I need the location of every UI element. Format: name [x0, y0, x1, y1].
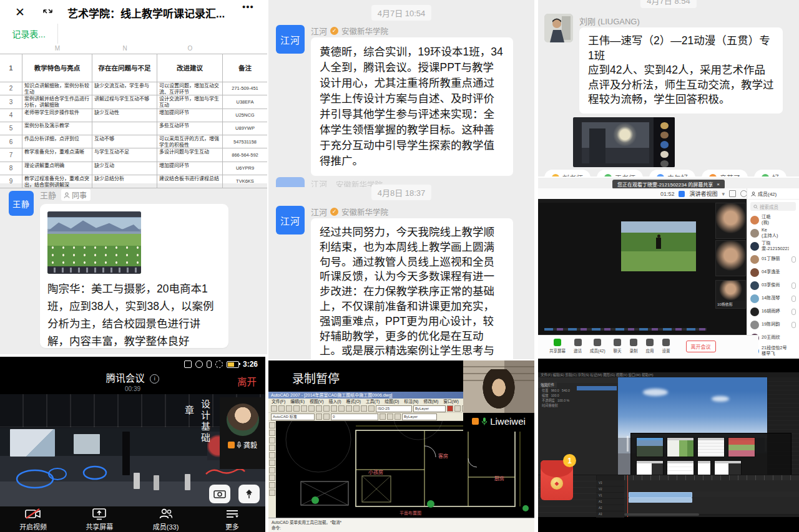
- view-mode-select[interactable]: 演讲者视图: [689, 190, 717, 198]
- members-count: 成员(42): [758, 190, 777, 197]
- menu-item[interactable]: 窗口(W): [443, 399, 459, 405]
- mic-icon: [481, 417, 488, 425]
- emoji-icon: [762, 174, 769, 177]
- presenter-name: Liweiwei: [490, 416, 526, 427]
- participant-row[interactable]: 19陈珂韵: [747, 318, 799, 331]
- window-thumbnail[interactable]: [728, 437, 755, 457]
- participant-row[interactable]: Ke (主持人): [747, 226, 799, 239]
- meeting-screenshare-panel: 您正在观看丁晓雯-2121502234 的屏幕共享 × 01:52 演讲者视图 …: [538, 178, 799, 357]
- start-video-button[interactable]: 开启视频: [0, 506, 66, 532]
- close-icon[interactable]: ✕: [15, 5, 25, 19]
- members-button[interactable]: 成员(33): [133, 506, 199, 532]
- meeting-toolbar-button[interactable]: 邀请: [574, 339, 582, 354]
- meeting-toolbar-button[interactable]: 应用: [646, 339, 654, 354]
- menu-item[interactable]: 视图(V): [310, 399, 324, 405]
- toolbar-icon: [630, 339, 637, 346]
- message-card: 陶宗华：美工与摄影，20电商本1班，应到38人，实到38人，以案例分析为主，结合…: [40, 204, 228, 348]
- table-row: 3 案例讲解并结合学生作品进行分析，讲解细致 讲解过程与学生互动不够 设计交流环…: [0, 95, 267, 109]
- video-clip[interactable]: [629, 492, 692, 498]
- menu-item[interactable]: 编辑(E): [290, 399, 305, 405]
- playhead[interactable]: [627, 475, 628, 517]
- menu-item[interactable]: 插入(I): [329, 399, 341, 405]
- chat-bubble: 王伟—速写（2）—21动漫（五贯）专1班 应到42人、实到42人，采用艺术作品点…: [579, 27, 783, 114]
- quick-reply-pill[interactable]: 中午好: [649, 170, 695, 177]
- search-input[interactable]: 搜索成员: [750, 202, 796, 211]
- participant-row[interactable]: 01丁静丽: [747, 253, 799, 266]
- more-menu-icon[interactable]: •••: [242, 1, 254, 12]
- dim-style-select[interactable]: ISO-25: [376, 405, 412, 412]
- effect-row: 缩放 100.0: [538, 393, 618, 398]
- video-screenshot-image[interactable]: [47, 211, 141, 274]
- menu-item[interactable]: 标注(N): [404, 399, 418, 405]
- mic-status-icon: [207, 360, 212, 368]
- menu-item[interactable]: 文件(F): [272, 399, 285, 405]
- quick-reply-pill[interactable]: 辛苦了: [702, 170, 748, 177]
- room-label: 客房: [438, 452, 448, 459]
- leave-button[interactable]: 离开: [237, 374, 257, 388]
- avatar[interactable]: 江河: [276, 25, 305, 54]
- watching-tooltip: 您正在观看丁晓雯-2121502234 的屏幕共享 ×: [612, 180, 725, 189]
- window-thumbnail[interactable]: [697, 437, 725, 457]
- share-screen-icon: [92, 508, 106, 520]
- participant-row[interactable]: 04李逸圣: [747, 266, 799, 279]
- participant-row[interactable]: 03李俊尚: [747, 279, 799, 292]
- meeting-toolbar-button[interactable]: 设置: [662, 339, 670, 354]
- float-window-icon[interactable]: [41, 6, 55, 19]
- meeting-toolbar-button[interactable]: 成员(42): [590, 339, 605, 354]
- chat-bubble: 黄德昕，综合实训，19环设本1班，34人全到，腾讯会议。授课PPT与教学设计用心…: [311, 37, 513, 176]
- window-thumbnail[interactable]: [667, 437, 694, 457]
- close-icon[interactable]: ×: [717, 181, 720, 187]
- members-sidebar: 成员(42) 搜索成员 江艳 (我) Ke (主持人) 丁晓雯-21215022…: [747, 188, 799, 357]
- timeline-ruler[interactable]: [624, 475, 799, 480]
- workspace-select[interactable]: AutoCAD 标准: [271, 414, 315, 420]
- share-screen-button[interactable]: 共享屏幕: [66, 506, 132, 532]
- video-clip[interactable]: [629, 498, 692, 503]
- color-select[interactable]: ByLayer: [413, 405, 446, 412]
- menu-item[interactable]: 修改(M): [423, 399, 438, 405]
- avatar[interactable]: [544, 14, 573, 42]
- sender-name: 刘刚 (LIUGANG): [579, 15, 640, 27]
- meeting-toolbar-button[interactable]: 聊天: [614, 339, 622, 354]
- window-thumbnail[interactable]: [636, 437, 664, 457]
- layer-select[interactable]: 0: [331, 414, 378, 420]
- participant-row[interactable]: 江艳 (我): [747, 213, 799, 226]
- emoji-icon: [709, 174, 717, 177]
- info-icon[interactable]: i: [150, 374, 159, 384]
- avatar[interactable]: 江河: [276, 206, 305, 235]
- fullscreen-icon[interactable]: [729, 190, 736, 197]
- leave-meeting-button[interactable]: 离开会议: [686, 341, 716, 352]
- quick-reply-pill[interactable]: 刘老师: [544, 170, 591, 177]
- camera-icon: [213, 489, 226, 499]
- slide-text: 章: [185, 403, 194, 416]
- quick-reply-pill[interactable]: 好: [754, 170, 787, 177]
- participant-row[interactable]: 14陈茂琴: [747, 292, 799, 305]
- meeting-toolbar-button[interactable]: 共享屏幕: [549, 339, 566, 354]
- participant-thumbs: [654, 117, 675, 167]
- participant-row[interactable]: 丁晓雯-2121502234: [747, 239, 799, 253]
- participant-avatar: [750, 216, 759, 225]
- sheet-tab[interactable]: 记录表...: [0, 24, 58, 44]
- self-webcam-tile: 龚毅: [220, 397, 265, 469]
- mic-icon: [792, 322, 796, 328]
- slide-text-vertical: 设计基础: [199, 399, 212, 444]
- avatar[interactable]: 王静: [9, 191, 34, 216]
- participant-row[interactable]: 16胡雨婷: [747, 305, 799, 318]
- quick-reply-pill[interactable]: 王老师: [597, 170, 643, 177]
- h-scrollbar[interactable]: [624, 513, 699, 516]
- search-icon: [753, 205, 758, 209]
- participant-avatar: [750, 229, 759, 238]
- track-label: V3: [596, 480, 624, 486]
- meeting-toolbar-button[interactable]: 录制: [630, 339, 638, 354]
- effect-row: 不透明度 100.0 %: [538, 398, 618, 403]
- cad-command-line[interactable]: AutoCAD 菜单实用工具已加载。*取消* 命令:: [268, 518, 534, 532]
- artwork-screenshot-image[interactable]: [573, 117, 675, 167]
- menu-item[interactable]: 格式(O): [346, 399, 361, 405]
- menu-item[interactable]: 工具(T): [366, 399, 380, 405]
- pin-button[interactable]: [238, 485, 260, 503]
- status-bar: 3:26: [184, 360, 258, 369]
- menu-item[interactable]: 绘图(D): [385, 399, 399, 405]
- switch-camera-button[interactable]: [209, 485, 230, 503]
- more-button[interactable]: 更多: [199, 506, 265, 532]
- participant-name: 龚毅: [243, 440, 257, 450]
- tencent-meeting-panel: 3:26 腾讯会议 i 00:39 离开 章 设计基础 龚毅: [0, 357, 265, 532]
